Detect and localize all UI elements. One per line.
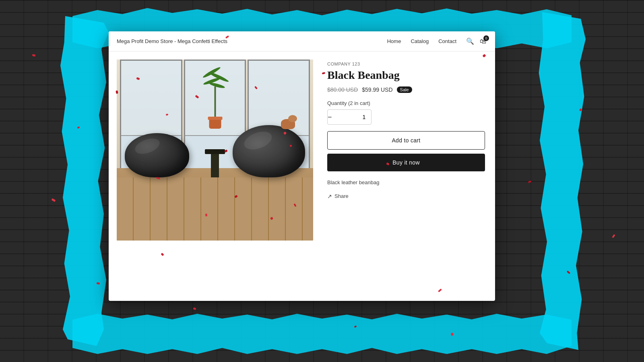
cart-icon[interactable]: 🛍 0 <box>479 37 487 45</box>
nav-home[interactable]: Home <box>387 38 401 44</box>
cat <box>281 119 297 131</box>
product-info-section: COMPANY 123 Black Beanbag $80.00 USD $59… <box>321 51 495 301</box>
sale-badge: Sale <box>397 86 412 93</box>
browser-window: Mega Profit Demo Store - Mega Confetti E… <box>109 31 495 301</box>
quantity-label: Quantity (2 in cart) <box>327 100 485 106</box>
price-original: $80.00 USD <box>327 86 358 93</box>
beanbag-left <box>125 133 189 177</box>
cart-badge: 0 <box>483 35 489 41</box>
product-company: COMPANY 123 <box>327 62 485 66</box>
product-scene <box>117 60 313 241</box>
add-to-cart-button[interactable]: Add to cart <box>327 131 485 150</box>
product-image-container <box>117 60 313 241</box>
floor <box>117 177 313 241</box>
price-sale: $59.99 USD <box>362 86 392 93</box>
product-title: Black Beanbag <box>327 69 485 82</box>
navbar: Mega Profit Demo Store - Mega Confetti E… <box>109 31 495 51</box>
navbar-links: Home Catalog Contact <box>387 38 456 44</box>
navbar-brand: Mega Profit Demo Store - Mega Confetti E… <box>117 38 387 44</box>
beanbag-right <box>233 125 305 177</box>
buy-now-button[interactable]: Buy it now <box>327 154 485 171</box>
plant-leaves <box>204 69 226 86</box>
share-icon: ↗ <box>327 193 332 200</box>
product-description: Black leather beanbag <box>327 179 485 187</box>
plant-stem <box>214 86 216 119</box>
pricing: $80.00 USD $59.99 USD Sale <box>327 86 485 93</box>
share-label: Share <box>334 193 349 199</box>
product-page: COMPANY 123 Black Beanbag $80.00 USD $59… <box>109 51 495 301</box>
quantity-input[interactable] <box>332 114 372 120</box>
search-icon[interactable]: 🔍 <box>466 37 474 45</box>
nav-contact[interactable]: Contact <box>438 38 456 44</box>
share-button[interactable]: ↗ Share <box>327 193 349 200</box>
plant <box>204 69 226 129</box>
nav-catalog[interactable]: Catalog <box>411 38 429 44</box>
cat-head <box>288 115 297 122</box>
beanbags <box>117 125 313 177</box>
navbar-icons: 🔍 🛍 0 <box>466 37 487 45</box>
plant-pot <box>209 119 221 129</box>
quantity-decrease-button[interactable]: − <box>328 110 332 124</box>
product-image-section <box>109 51 321 301</box>
quantity-control: − + <box>327 109 372 125</box>
